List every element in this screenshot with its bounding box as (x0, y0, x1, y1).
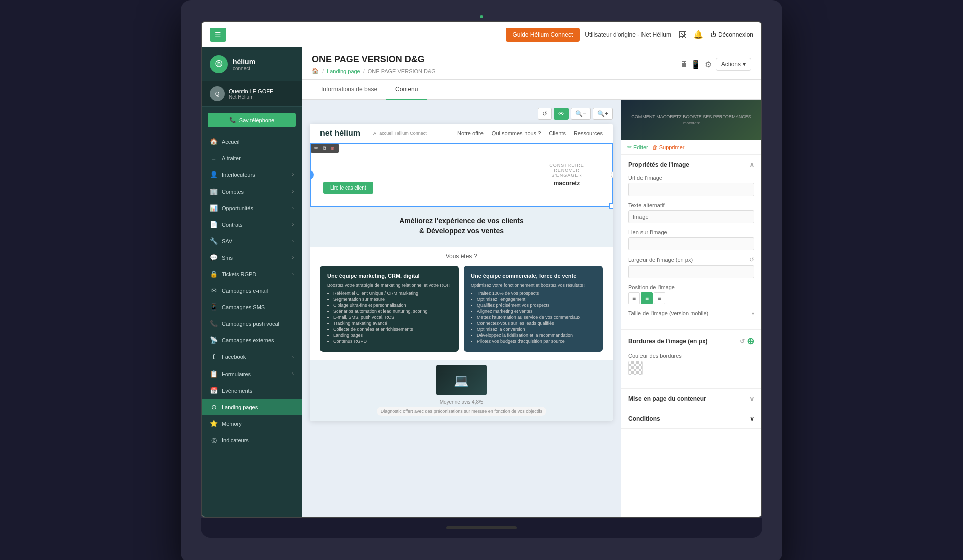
nav-link-clients[interactable]: Clients (549, 130, 566, 136)
photo-icon[interactable]: 🖼 (678, 30, 686, 39)
hero-cta-button[interactable]: Lire le cas client (323, 182, 373, 194)
hero-section[interactable]: ✏ ⧉ 🗑 ‹ Comment Macoretz booste ses perf… (310, 143, 613, 207)
col1-list: Référentiel Client Unique / CRM marketin… (327, 291, 452, 344)
list-item: Mettez l'automation au service de vos co… (477, 315, 596, 320)
guide-label: Guide Hélium Connect (513, 31, 573, 38)
logo-circle: ⓗ (210, 55, 228, 73)
nav-link-offre[interactable]: Notre offre (457, 130, 484, 136)
list-item: Qualifiez précisément vos prospects (477, 303, 596, 308)
nav-item-push-vocal[interactable]: 📞 Campagnes push vocal (202, 315, 302, 332)
events-icon: 📅 (210, 387, 218, 394)
conditions-section-header[interactable]: Conditions ∨ (621, 409, 761, 428)
indicators-icon: ◎ (210, 436, 218, 444)
mobile-size-field: Taille de l'image (version mobile) ▾ (628, 310, 754, 316)
list-item: Ciblage ultra-fins et personnalisation (333, 303, 452, 308)
url-input[interactable] (628, 183, 754, 196)
edit-icon[interactable]: ✏ (313, 145, 320, 152)
resize-handle[interactable] (609, 203, 613, 209)
image-preview: Comment Macoretz booste ses performances… (621, 100, 761, 140)
sav-telephone-button[interactable]: 📞 Sav téléphone (208, 113, 296, 127)
properties-section-header[interactable]: Propriétés de l'image ∧ (621, 155, 761, 175)
chevron-right-icon-8: › (292, 354, 294, 360)
copy-icon[interactable]: ⧉ (321, 145, 328, 152)
col2-list: Traitez 100% de vos prospects Optimisez … (471, 291, 596, 344)
menu-button[interactable]: ☰ (210, 28, 226, 42)
hero-edit-bar: ✏ ⧉ 🗑 (311, 144, 339, 153)
tab-informations[interactable]: Informations de base (312, 80, 386, 100)
delete-icon[interactable]: 🗑 (329, 145, 337, 152)
link-input[interactable] (628, 237, 754, 250)
monitor-image: 💻 (436, 365, 487, 395)
user-section: Q Quentin LE GOFF Net Hélium (202, 81, 302, 107)
borders-add-icon[interactable]: ⊕ (747, 336, 754, 347)
nav-link-qui[interactable]: Qui sommes-nous ? (492, 130, 541, 136)
nav-item-traiter[interactable]: ≡ A traiter (202, 150, 302, 166)
edit-image-button[interactable]: ✏ Editer (627, 144, 648, 150)
borders-reset-icon[interactable]: ↺ (740, 338, 745, 345)
nav-item-formulaires[interactable]: 📋 Formulaires › (202, 365, 302, 382)
breadcrumb-landing[interactable]: Landing page (327, 68, 360, 74)
align-right-button[interactable]: ≡ (654, 292, 665, 304)
width-input[interactable] (628, 265, 754, 278)
eye-button[interactable]: 👁 (554, 108, 569, 120)
nav-link-ressources[interactable]: Ressources (574, 130, 603, 136)
nav-item-sav[interactable]: 🔧 SAV › (202, 233, 302, 249)
nav-label-comptes: Comptes (222, 189, 244, 195)
alt-input[interactable] (628, 210, 754, 223)
align-center-button[interactable]: ≡ (641, 292, 653, 304)
sav-label: Sav téléphone (239, 117, 274, 123)
home-breadcrumb[interactable]: 🏠 (312, 68, 319, 74)
website-logo: net hélium (320, 129, 360, 138)
delete-image-button[interactable]: 🗑 Supprimer (652, 144, 685, 150)
sidebar-logo: ⓗ hélium connect (202, 47, 302, 81)
color-swatch[interactable] (628, 361, 643, 375)
nav-item-email[interactable]: ✉ Campagnes e-mail (202, 282, 302, 299)
edit-pencil-icon: ✏ (627, 144, 632, 150)
chevron-right-icon-5: › (292, 238, 294, 244)
landing-icon: ⊙ (210, 403, 218, 411)
nav-item-landing[interactable]: ⊙ Landing pages (202, 399, 302, 415)
tab-contenu[interactable]: Contenu (386, 80, 427, 100)
zoom-out-button[interactable]: 🔍− (571, 108, 591, 120)
properties-section: Propriétés de l'image ∧ Url de l'image T… (621, 155, 761, 330)
actions-button[interactable]: Actions ▾ (716, 58, 751, 71)
align-left-button[interactable]: ≡ (628, 292, 640, 304)
nav-item-externes[interactable]: 📡 Campagnes externes (202, 332, 302, 348)
nav-item-indicateurs[interactable]: ◎ Indicateurs (202, 432, 302, 448)
nav-item-sms[interactable]: 💬 Sms › (202, 249, 302, 266)
nav-item-opportunites[interactable]: 📊 Opportunités › (202, 200, 302, 216)
borders-section-header[interactable]: Bordures de l'image (en px) ↺ ⊕ (621, 330, 761, 353)
zoom-in-button[interactable]: 🔍+ (593, 108, 613, 120)
col-marketing: Une équipe marketing, CRM, digital Boost… (320, 266, 459, 352)
sms-icon: 💬 (210, 254, 218, 261)
nav-item-evenements[interactable]: 📅 Evénements (202, 382, 302, 399)
layout-section: Mise en page du conteneur ∨ (621, 389, 761, 409)
nav-label-sav: SAV (222, 238, 232, 244)
logout-button[interactable]: ⏻ Déconnexion (710, 31, 753, 38)
logo-subtext: connect (233, 66, 255, 71)
layout-section-header[interactable]: Mise en page du conteneur ∨ (621, 389, 761, 409)
refresh-button[interactable]: ↺ (538, 108, 552, 120)
page-header: ONE PAGE VERSION D&G 🏠 / Landing page / … (302, 47, 761, 80)
nav-item-tickets[interactable]: 🔒 Tickets RGPD › (202, 266, 302, 282)
mobile-icon[interactable]: 📱 (691, 60, 701, 69)
nav-item-comptes[interactable]: 🏢 Comptes › (202, 183, 302, 200)
alt-label: Texte alternatif (628, 202, 754, 208)
bell-icon[interactable]: 🔔 (693, 30, 703, 39)
nav-item-memory[interactable]: ⭐ Memory (202, 415, 302, 432)
guide-button[interactable]: Guide Hélium Connect (506, 28, 580, 42)
desktop-icon[interactable]: 🖥 (680, 60, 688, 69)
list-item: Développez la fidélisation et la recomma… (477, 333, 596, 338)
actions-dropdown-icon: ▾ (743, 61, 746, 68)
list-item: Segmentation sur mesure (333, 297, 452, 302)
nav-label-interlocuteurs: Interlocuteurs (222, 172, 255, 178)
gear-icon[interactable]: ⚙ (705, 60, 712, 69)
nav-item-contrats[interactable]: 📄 Contrats › (202, 216, 302, 233)
nav-item-camp-sms[interactable]: 📱 Campagnes SMS (202, 299, 302, 315)
breadcrumb-current: ONE PAGE VERSION D&G (368, 68, 436, 74)
diagnostic-caption: Diagnostic offert avec des préconisation… (377, 407, 547, 416)
width-reset-icon[interactable]: ↺ (749, 256, 754, 263)
nav-item-facebook[interactable]: f Facebook › (202, 348, 302, 365)
nav-item-interlocuteurs[interactable]: 👤 Interlocuteurs › (202, 166, 302, 183)
nav-item-accueil[interactable]: 🏠 Accueil (202, 133, 302, 150)
